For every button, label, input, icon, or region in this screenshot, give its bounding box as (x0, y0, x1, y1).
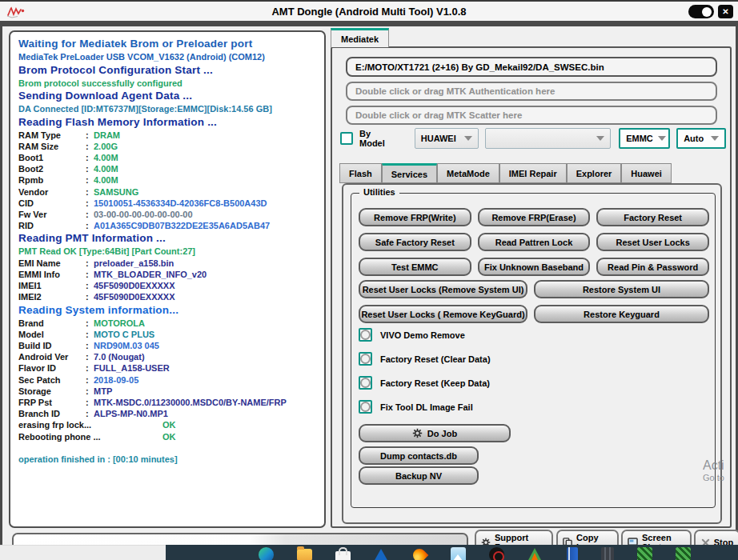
read-pattren-lock-button[interactable]: Read Pattren Lock (478, 233, 591, 251)
media-player-icon[interactable] (527, 548, 542, 560)
window-title: AMT Dongle (Android Multi Tool) V1.0.8 (0, 6, 738, 18)
chevron-down-icon (464, 136, 472, 141)
restore-system-ui-button[interactable]: Restore System UI (534, 280, 709, 298)
flame-browser-icon[interactable] (411, 546, 429, 560)
safe-factory-reset-button[interactable]: Safe Factory Reset (359, 233, 471, 251)
log-line: Sec Patch:2018-09-05 (18, 374, 323, 386)
log-line: MediaTek PreLoader USB VCOM_V1632 (Andro… (18, 51, 323, 63)
reset-user-locks-remove-keyguard-button[interactable]: Reset User Locks ( Remove KeyGuard) (359, 305, 527, 323)
log-colon: : (86, 269, 94, 280)
fix-unknown-baseband-button[interactable]: Fix Unknown Baseband (478, 258, 591, 276)
log-line (18, 442, 323, 454)
chevron-down-icon (658, 136, 666, 141)
log-label: IMEI1 (18, 280, 86, 291)
dump-contacts-button[interactable]: Dump contacts.db (359, 446, 479, 465)
log-value: NRD90M.03 045 (94, 340, 159, 351)
log-colon: : (86, 386, 94, 397)
file-explorer-icon[interactable] (297, 549, 312, 560)
close-button[interactable]: ✕ (718, 5, 733, 18)
log-label: IMEI2 (18, 291, 86, 302)
record-icon[interactable] (489, 547, 504, 560)
log-value: 03-00-00-00-00-00-00-00 (94, 209, 193, 220)
backup-nv-button[interactable]: Backup NV (359, 466, 479, 485)
log-colon: : (86, 318, 94, 329)
theme-toggle-button[interactable] (688, 5, 714, 18)
tab-metamode[interactable]: MetaMode (437, 163, 499, 183)
log-line: Waiting for Mediatek Brom or Preloader p… (18, 37, 323, 51)
mtk-auth-input[interactable]: Double click or drag MTK Authentication … (346, 82, 717, 101)
mtk-scatter-input[interactable]: Double click or drag MTK Scatter here (346, 106, 717, 125)
log-colon: : (86, 209, 94, 220)
restore-keyguard-button[interactable]: Restore Keyguard (534, 305, 709, 323)
tab-imei-repair[interactable]: IMEI Repair (499, 163, 567, 183)
log-line: PMT Read OK [Type:64Bit] [Part Count:27] (18, 246, 323, 258)
log-label: Flavor ID (18, 362, 86, 374)
log-line: CID:15010051-4536334D-42036FC8-B500A43D (18, 198, 323, 209)
mode-select[interactable]: Auto (676, 128, 726, 149)
tab-flash[interactable]: Flash (339, 163, 382, 183)
brand-select[interactable]: HUAWEI (415, 128, 479, 149)
tab-mediatek[interactable]: Mediatek (331, 28, 389, 47)
by-model-checkbox[interactable] (340, 132, 353, 145)
tab-huawei[interactable]: Huawei (621, 163, 672, 183)
checkbox-label: Fix Tool DL Image Fail (380, 402, 473, 412)
mediatek-panel: E:/MOTO/XT1721 (2+16) By GD_Mekail92/DA_… (331, 46, 732, 528)
factory-reset-keep-data-checkbox[interactable]: Factory Reset (Keep Data) (359, 376, 491, 390)
storage-select[interactable]: EMMC (619, 128, 670, 149)
log-colon: : (86, 141, 94, 152)
tab-services[interactable]: Services (382, 163, 437, 183)
log-colon: : (86, 220, 94, 231)
by-model-label: By Model (359, 129, 399, 148)
log-label: RAM Type (18, 130, 86, 141)
log-value: MOTOROLA (94, 318, 145, 329)
log-label: RID (18, 220, 86, 231)
log-label: Rebooting phone ... (18, 431, 154, 442)
log-value: 45F5090D0EXXXXX (94, 280, 175, 291)
title-bar: AMT Dongle (Android Multi Tool) V1.0.8 ✕ (0, 0, 738, 21)
test-emmc-button[interactable]: Test EMMC (359, 258, 471, 276)
factory-reset-button[interactable]: Factory Reset (596, 208, 709, 226)
log-label: Storage (18, 386, 86, 397)
blue-book-icon[interactable] (567, 547, 578, 560)
edge-browser-icon[interactable] (259, 547, 274, 560)
reset-user-locks-remove-system-ui-button[interactable]: Reset User Locks (Remove System UI) (359, 280, 527, 298)
log-line: Storage:MTP (18, 386, 323, 397)
log-output[interactable]: Waiting for Mediatek Brom or Preloader p… (9, 30, 326, 528)
log-colon: : (86, 329, 94, 340)
log-line: Reading PMT Information ... (18, 231, 323, 246)
model-select[interactable] (485, 128, 612, 149)
read-pin-password-button[interactable]: Read Pin & Password (596, 258, 709, 276)
game-icon-a[interactable] (637, 547, 652, 560)
reset-user-locks-button[interactable]: Reset User Locks (596, 233, 709, 251)
log-line: EMMI Info:MTK_BLOADER_INFO_v20 (18, 269, 323, 280)
remove-frp-erase-button[interactable]: Remove FRP(Erase) (478, 208, 591, 226)
library-icon[interactable] (601, 547, 614, 560)
log-value: 4.00M (94, 174, 118, 186)
log-value: MOTO C PLUS (94, 329, 154, 340)
photos-icon[interactable] (451, 547, 466, 560)
checkbox-label: Factory Reset (Clear Data) (380, 354, 491, 364)
log-colon: : (86, 280, 94, 291)
log-value: 4.00M (94, 163, 118, 174)
da-file-input[interactable]: E:/MOTO/XT1721 (2+16) By GD_Mekail92/DA_… (346, 57, 717, 77)
game-icon-b[interactable] (676, 547, 691, 560)
log-line: Model:MOTO C PLUS (18, 329, 323, 340)
log-colon (154, 431, 162, 442)
checkbox-icon (359, 376, 372, 390)
tab-explorer[interactable]: Explorer (567, 163, 622, 183)
do-job-button[interactable]: Do Job (359, 424, 511, 442)
vivo-demo-remove-checkbox[interactable]: VIVO Demo Remove (359, 328, 491, 342)
utilities-wide-button-grid: Reset User Locks (Remove System UI)Resto… (359, 280, 709, 323)
remove-frp-write-button[interactable]: Remove FRP(Write) (359, 208, 471, 226)
log-colon: : (86, 174, 94, 186)
log-line: Build ID:NRD90M.03 045 (18, 340, 323, 351)
mail-icon[interactable] (374, 549, 388, 560)
fix-tool-dl-image-fail-checkbox[interactable]: Fix Tool DL Image Fail (359, 400, 491, 414)
checkbox-icon (359, 328, 372, 342)
factory-reset-clear-data-checkbox[interactable]: Factory Reset (Clear Data) (359, 352, 491, 366)
store-icon[interactable] (335, 551, 351, 560)
log-value: ALPS-MP-N0.MP1 (94, 408, 168, 419)
log-colon: : (86, 397, 94, 408)
log-value: 2.00G (94, 141, 118, 152)
log-value: 4.00M (94, 152, 118, 163)
